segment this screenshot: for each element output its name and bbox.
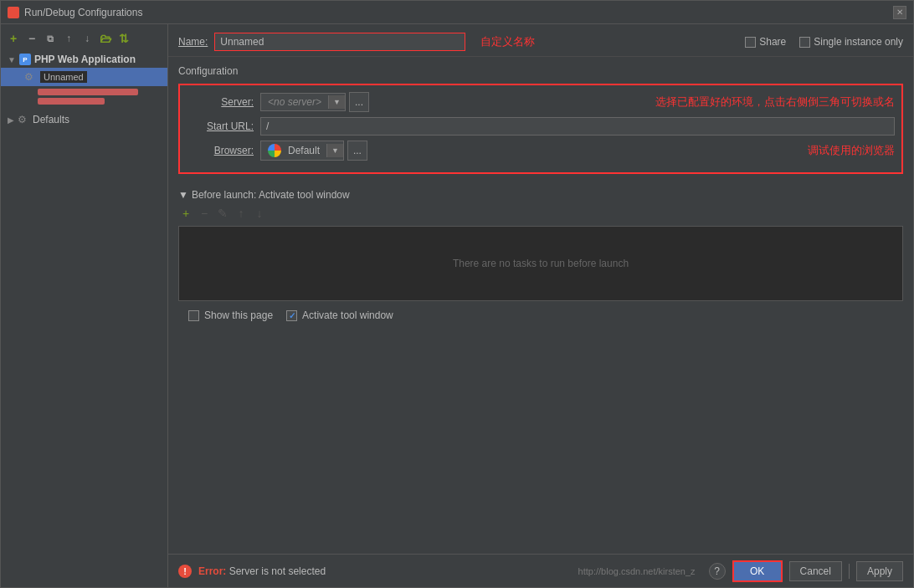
redacted-item-1 xyxy=(1,89,167,105)
defaults-item[interactable]: ▶ ⚙ Defaults xyxy=(1,111,167,128)
footer: ! Error: Server is not selected http://b… xyxy=(168,554,913,587)
main-panel: Name: Unnamed 自定义名称 Share Single instanc… xyxy=(168,24,913,587)
folder-button[interactable]: 🗁 xyxy=(98,31,113,46)
move-down-button[interactable]: ↓ xyxy=(80,31,95,46)
share-checkbox[interactable] xyxy=(745,37,756,48)
defaults-label: Defaults xyxy=(33,114,69,125)
tasks-empty-area: There are no tasks to run before launch xyxy=(178,226,903,301)
browser-chrome-icon xyxy=(268,144,281,157)
window-title: Run/Debug Configurations xyxy=(24,7,142,18)
help-button[interactable]: ? xyxy=(709,563,726,580)
unnamed-config-item[interactable]: ⚙ Unnamed xyxy=(1,68,167,86)
title-bar: Run/Debug Configurations ✕ xyxy=(1,1,913,24)
server-select-wrapper[interactable]: <no server> ▼ xyxy=(260,93,346,111)
footer-right: http://blog.csdn.net/kirsten_z ? OK Canc… xyxy=(578,560,903,582)
close-button[interactable]: ✕ xyxy=(893,6,906,19)
server-control: <no server> ▼ ... xyxy=(260,92,642,112)
php-group-label: PHP Web Application xyxy=(34,54,136,65)
launch-up-button[interactable]: ↑ xyxy=(234,206,249,221)
content-area: + − ⧉ ↑ ↓ 🗁 ⇅ ▼ P PHP Web Application ⚙ … xyxy=(1,24,913,587)
window-icon xyxy=(8,7,19,18)
no-tasks-message: There are no tasks to run before launch xyxy=(453,258,629,269)
apply-button[interactable]: Apply xyxy=(856,561,903,581)
activate-window-option[interactable]: ✓ Activate tool window xyxy=(286,309,393,321)
bottom-options: Show this page ✓ Activate tool window xyxy=(178,301,903,330)
name-input[interactable]: Unnamed xyxy=(214,33,465,51)
browser-select-wrapper[interactable]: Default ▼ xyxy=(260,141,344,161)
error-message: Server is not selected xyxy=(229,565,326,577)
browser-label: Browser: xyxy=(187,145,254,156)
server-dropdown-icon[interactable]: ▼ xyxy=(328,95,345,109)
collapse-arrow-icon: ▼ xyxy=(178,189,188,201)
defaults-gear-icon: ⚙ xyxy=(18,114,29,125)
single-instance-checkbox-label[interactable]: Single instance only xyxy=(799,36,903,48)
start-url-label: Start URL: xyxy=(187,120,254,132)
error-label: Error: xyxy=(198,565,226,577)
add-config-button[interactable]: + xyxy=(6,31,21,46)
before-launch-toolbar: + − ✎ ↑ ↓ xyxy=(178,206,903,221)
run-debug-configurations-window: Run/Debug Configurations ✕ + − ⧉ ↑ ↓ 🗁 ⇅… xyxy=(0,0,914,588)
launch-down-button[interactable]: ↓ xyxy=(252,206,267,221)
sort-button[interactable]: ⇅ xyxy=(116,31,131,46)
server-more-button[interactable]: ... xyxy=(349,92,369,112)
expand-arrow-icon: ▼ xyxy=(8,55,16,64)
before-launch-section: ▼ Before launch: Activate tool window + … xyxy=(178,189,903,301)
footer-url: http://blog.csdn.net/kirsten_z xyxy=(578,566,696,576)
browser-more-button[interactable]: ... xyxy=(347,141,367,161)
config-section: Configuration Server: <no server> ▼ ... … xyxy=(168,57,913,554)
activate-window-checkbox[interactable]: ✓ xyxy=(286,310,297,321)
move-up-button[interactable]: ↑ xyxy=(61,31,76,46)
redacted-bar-2 xyxy=(38,98,105,105)
server-annotation: 选择已配置好的环境，点击右侧倒三角可切换或名 xyxy=(655,95,895,110)
config-section-title: Configuration xyxy=(178,65,903,77)
redacted-bar-1 xyxy=(38,89,138,95)
start-url-control: / xyxy=(260,117,895,135)
single-instance-checkbox[interactable] xyxy=(799,37,810,48)
copy-config-button[interactable]: ⧉ xyxy=(43,31,58,46)
browser-control: Default ▼ ... xyxy=(260,141,794,161)
title-bar-left: Run/Debug Configurations xyxy=(8,7,142,18)
php-icon: P xyxy=(19,54,31,65)
share-checkbox-label[interactable]: Share xyxy=(745,36,786,48)
browser-select-inner: Default xyxy=(261,141,326,160)
name-row: Name: Unnamed 自定义名称 Share Single instanc… xyxy=(168,24,913,57)
config-gear-icon: ⚙ xyxy=(24,71,36,83)
error-text: Error: Server is not selected xyxy=(198,565,326,577)
server-row: Server: <no server> ▼ ... 选择已配置好的环境，点击右侧… xyxy=(187,92,895,112)
server-label: Server: xyxy=(187,96,254,108)
activate-window-label: Activate tool window xyxy=(302,309,393,321)
launch-edit-button[interactable]: ✎ xyxy=(215,206,230,221)
ok-button[interactable]: OK xyxy=(732,560,783,582)
launch-add-button[interactable]: + xyxy=(178,206,193,221)
defaults-arrow-icon: ▶ xyxy=(8,115,14,125)
check-mark-icon: ✓ xyxy=(289,311,295,320)
footer-divider xyxy=(849,564,850,579)
before-launch-label: Before launch: Activate tool window xyxy=(192,189,350,201)
name-label: Name: xyxy=(178,36,208,48)
name-row-right: Share Single instance only xyxy=(745,36,903,48)
launch-remove-button[interactable]: − xyxy=(197,206,212,221)
annotation-name: 自定义名称 xyxy=(480,34,535,49)
config-form: Server: <no server> ▼ ... 选择已配置好的环境，点击右侧… xyxy=(178,84,903,174)
server-select-value: <no server> xyxy=(261,94,328,110)
show-page-option[interactable]: Show this page xyxy=(188,309,273,321)
start-url-row: Start URL: / xyxy=(187,117,895,135)
sidebar: + − ⧉ ↑ ↓ 🗁 ⇅ ▼ P PHP Web Application ⚙ … xyxy=(1,24,168,587)
browser-annotation: 调试使用的浏览器 xyxy=(808,143,895,158)
show-page-label: Show this page xyxy=(204,309,273,321)
footer-left: ! Error: Server is not selected xyxy=(178,565,326,578)
error-icon: ! xyxy=(178,565,192,578)
config-name-badge: Unnamed xyxy=(39,70,88,84)
sidebar-toolbar: + − ⧉ ↑ ↓ 🗁 ⇅ xyxy=(1,29,167,48)
browser-row: Browser: Default ▼ ... 调试使用的浏览器 xyxy=(187,141,895,161)
php-web-app-group[interactable]: ▼ P PHP Web Application xyxy=(1,51,167,68)
remove-config-button[interactable]: − xyxy=(24,31,39,46)
show-page-checkbox[interactable] xyxy=(188,310,199,321)
cancel-button[interactable]: Cancel xyxy=(789,561,842,581)
start-url-input[interactable]: / xyxy=(260,117,895,135)
browser-value: Default xyxy=(288,145,320,156)
browser-dropdown-icon[interactable]: ▼ xyxy=(326,144,343,157)
before-launch-header: ▼ Before launch: Activate tool window xyxy=(178,189,903,201)
